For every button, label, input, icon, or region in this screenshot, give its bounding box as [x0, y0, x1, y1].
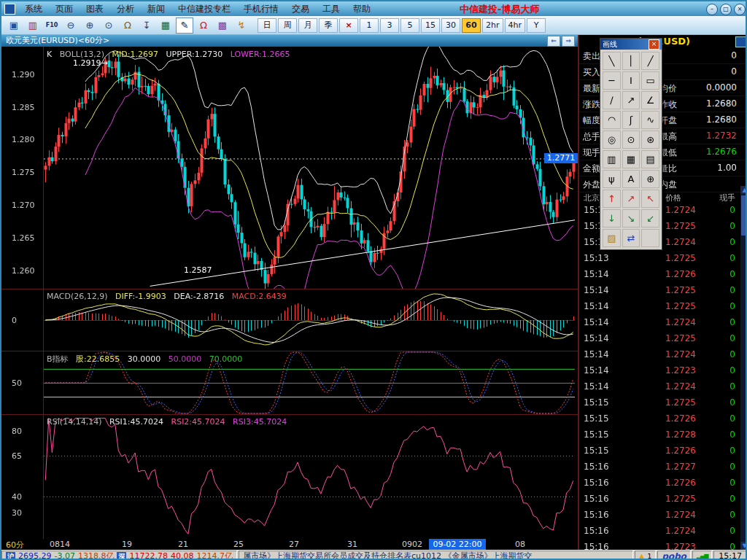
draw-palette[interactable]: 画线 × ╲│╱─I▭∕↗∠◠ʃ∿◎⊙⊛▥▦▤ψA⊕↑↗↖↓↘↙▨⇄ [600, 38, 662, 250]
channel-line[interactable]: ▤ [641, 150, 659, 168]
panel-switch-icon[interactable] [735, 36, 746, 47]
export-icon[interactable]: ↧ [138, 18, 155, 34]
period-3[interactable]: 3 [380, 18, 399, 33]
period-2hr[interactable]: 2hr [482, 18, 503, 33]
cycle-line[interactable]: ⊛ [641, 131, 659, 149]
horizontal-segment[interactable]: ─ [603, 71, 621, 90]
angle-line[interactable]: ∠ [641, 91, 659, 109]
minimize-button[interactable]: – [706, 4, 718, 15]
rsi-y-label: 40 [12, 492, 42, 502]
tick-vol: 0 [729, 301, 735, 311]
arrow-up-red[interactable]: ↑ [603, 190, 621, 208]
oblique-line[interactable]: ╱ [641, 52, 659, 70]
curve-tool[interactable]: ʃ [622, 111, 640, 129]
arrow-line[interactable]: ↗ [622, 91, 640, 109]
scroll-up-icon[interactable]: ▲ [740, 186, 747, 194]
speed-line[interactable]: ▥ [603, 150, 621, 168]
menu-item-0[interactable]: 系统 [18, 1, 49, 16]
fill-tool[interactable]: ▨ [603, 229, 621, 247]
scroll-right-button[interactable]: ⇒ [562, 36, 575, 47]
ticks-scrollbar[interactable]: ▲ ▼ [740, 186, 747, 550]
rectangle-tool[interactable]: ▭ [641, 71, 659, 90]
main-y-label: 1.270 [12, 201, 42, 210]
period-月[interactable]: 月 [298, 18, 317, 33]
trend-line[interactable]: ╲ [603, 52, 621, 70]
zoom-out-icon[interactable]: ⊖ [62, 18, 80, 34]
wave-line[interactable]: ∿ [641, 111, 659, 129]
scrollbar-thumb[interactable] [741, 195, 747, 236]
tick-time: 15:16 [584, 494, 609, 504]
alarm-bell-icon[interactable]: Ω [119, 18, 136, 34]
period-日[interactable]: 日 [258, 18, 276, 33]
menu-item-2[interactable]: 图表 [80, 1, 110, 16]
f10-info-icon[interactable]: F10 [43, 18, 61, 34]
vertical-segment[interactable]: I [622, 71, 640, 90]
cursor-date-tag: 09-02 22:00 [429, 539, 486, 550]
tick-row-13: 15:151.27260 [579, 411, 747, 427]
tick-price: 1.2725 [665, 301, 696, 311]
app-logo-icon [4, 4, 15, 15]
period-季[interactable]: 季 [319, 18, 338, 33]
alert-bell-icon[interactable]: Ω [195, 18, 212, 34]
menu-item-8[interactable]: 工具 [316, 1, 347, 16]
news-ticker[interactable]: 属市场》上海期货交易所会员成交及持仓排名表cu1012 《金属市场》上海期货交 [239, 551, 633, 560]
vertical-line[interactable]: │ [622, 52, 640, 70]
menu-item-1[interactable]: 页面 [49, 1, 80, 16]
menu-item-7[interactable]: 交易 [285, 1, 316, 16]
panel-separator [1, 414, 578, 415]
scroll-left-button[interactable]: ⇐ [547, 36, 560, 47]
arrow-ne-red[interactable]: ↗ [622, 190, 640, 208]
menu-item-9[interactable]: 帮助 [347, 1, 377, 16]
table-icon[interactable]: ▦ [157, 18, 174, 34]
menu-item-6[interactable]: 手机行情 [237, 1, 285, 16]
period-Y[interactable]: Y [527, 18, 546, 33]
news-text: 属市场》上海期货交易所会员成交及持仓排名表cu1012 《金属市场》上海期货交 [243, 551, 533, 560]
chart-title: 欧元美元(EURUSD)<60分> [6, 36, 109, 45]
gann-wheel[interactable]: ⊕ [641, 170, 659, 188]
period-1[interactable]: 1 [360, 18, 379, 33]
grid-line[interactable]: ▦ [622, 150, 640, 168]
close-button[interactable]: × [734, 4, 746, 15]
ray-line[interactable]: ∕ [603, 91, 621, 109]
period-周[interactable]: 周 [278, 18, 297, 33]
lightning-icon[interactable]: ↯ [233, 18, 250, 34]
rsi-chart-canvas[interactable] [1, 415, 578, 539]
kline-chart-icon[interactable]: ▥ [24, 18, 42, 34]
crosshair-icon[interactable]: ⊙ [100, 18, 117, 34]
period-30[interactable]: 30 [441, 18, 460, 33]
fibonacci-circle[interactable]: ◎ [603, 131, 621, 149]
swap-arrows[interactable]: ⇄ [622, 229, 640, 247]
draw-pen-icon[interactable]: ✎ [176, 18, 193, 34]
arrow-nw-red[interactable]: ↖ [641, 190, 659, 208]
gann-circle[interactable]: ⊙ [622, 131, 640, 149]
quote-value: 0.0000 [706, 82, 737, 93]
period-×[interactable]: × [339, 18, 358, 33]
pitchfork-tool[interactable]: ψ [603, 170, 621, 188]
period-60[interactable]: 60 [462, 18, 481, 33]
menu-item-4[interactable]: 新闻 [141, 1, 171, 16]
period-4hr[interactable]: 4hr [505, 18, 526, 33]
tick-price: 1.2727 [665, 462, 696, 472]
arrow-se-green[interactable]: ↘ [622, 209, 640, 228]
menu-item-3[interactable]: 分析 [110, 1, 141, 16]
tick-vol: 0 [729, 205, 735, 215]
sz-badge: 深 [117, 552, 126, 560]
page-setup-icon[interactable]: ▩ [214, 18, 231, 34]
scroll-down-icon[interactable]: ▼ [740, 542, 747, 550]
arc-tool[interactable]: ◠ [603, 111, 621, 129]
palette-close-icon[interactable]: × [649, 39, 659, 50]
zoom-in-icon[interactable]: ⊕ [81, 18, 98, 34]
tick-time: 15:16 [584, 478, 609, 488]
restore-button[interactable]: □ [720, 4, 732, 15]
palette-titlebar[interactable]: 画线 × [600, 39, 662, 50]
arrow-sw-green[interactable]: ↙ [641, 209, 659, 228]
main-chart-canvas[interactable] [1, 47, 578, 289]
tick-time: 15:15 [584, 413, 609, 424]
macd-indicator-labels: MACD(26,12,9) DIFF:-1.9903 DEA:-2.8716 M… [47, 292, 292, 301]
period-5[interactable]: 5 [400, 18, 419, 33]
period-15[interactable]: 15 [421, 18, 440, 33]
arrow-down-green[interactable]: ↓ [603, 209, 621, 228]
text-tool[interactable]: A [622, 170, 640, 188]
window-icon[interactable]: ▣ [5, 18, 23, 34]
menu-item-5[interactable]: 中信建投专栏 [171, 1, 237, 16]
